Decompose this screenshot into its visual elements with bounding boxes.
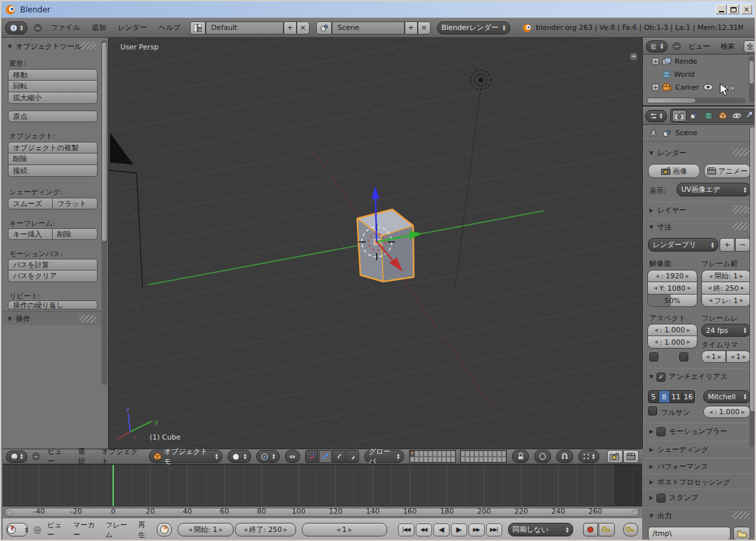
layers-drag-hatch[interactable] <box>733 205 749 213</box>
render-image-button[interactable]: 画像 <box>648 164 700 178</box>
view3d-menu-select[interactable]: 選択 <box>75 447 94 466</box>
jump-to-end-button[interactable]: ▶▶| <box>486 523 502 536</box>
motion-blur-panel-header[interactable]: ▶ モーションブラー <box>649 427 727 436</box>
eye-icon[interactable] <box>703 84 713 90</box>
menu-help[interactable]: ヘルプ <box>156 23 183 33</box>
orientation-dropdown[interactable]: グローバ ▲▼ <box>364 450 404 463</box>
outliner-v-scrollbar[interactable] <box>749 56 755 103</box>
scrollbar-left-handle[interactable] <box>7 510 12 516</box>
layers-widget-group2[interactable] <box>460 450 507 463</box>
frame-end-field[interactable]: ◀終: 250▶ <box>701 282 751 295</box>
repeat-last-button[interactable]: 操作の繰り返し <box>8 300 98 310</box>
add-screen-button[interactable]: + <box>284 21 297 34</box>
timeline-menu-view[interactable]: ビュー <box>47 520 67 540</box>
frame-start-field[interactable]: ◀開始: 1▶ <box>701 270 751 282</box>
menu-file[interactable]: ファイル <box>48 23 83 33</box>
tab-scene[interactable] <box>688 110 701 122</box>
auto-keyframe-mode-button[interactable] <box>599 523 615 536</box>
layers-widget-group1[interactable] <box>409 450 456 463</box>
manipulator-toggle-button[interactable]: ⇔ <box>285 450 300 463</box>
close-button[interactable]: × <box>741 5 752 14</box>
record-button[interactable] <box>583 523 598 536</box>
expand-icon[interactable]: + <box>652 58 659 65</box>
outliner-collapse-menus-icon[interactable]: − <box>673 42 681 50</box>
origin-button[interactable]: 原点 <box>8 111 98 122</box>
delete-keyframe-button[interactable]: 削除 <box>53 228 98 240</box>
remap-new-field[interactable]: ◀1▶ <box>726 350 751 363</box>
properties-scrollbar[interactable] <box>749 126 755 447</box>
view3d-menu-object[interactable]: オブジェクト <box>99 447 144 466</box>
pin-icon[interactable] <box>649 129 658 138</box>
editor-type-selector-timeline[interactable]: ▲▼ <box>7 523 28 536</box>
dimensions-drag-hatch[interactable] <box>733 222 749 230</box>
render-engine-dropdown[interactable]: Blenderレンダー ▲▼ <box>437 21 510 34</box>
move-button[interactable]: 移動 <box>8 69 98 81</box>
resolution-x-field[interactable]: ◀: 1920▶ <box>647 270 697 282</box>
timeline-menu-marker[interactable]: マーカー <box>73 520 100 540</box>
pivot-dropdown[interactable]: ▲▼ <box>256 450 280 463</box>
aa-filter-dropdown[interactable]: Mitchell ▲▼ <box>703 390 751 403</box>
aspect-y-field[interactable]: ◀: 1.000▶ <box>647 336 697 349</box>
display-dropdown[interactable]: UV画像エデ ▲▼ <box>677 183 751 196</box>
stamp-checkbox[interactable] <box>656 494 666 503</box>
crop-checkbox[interactable] <box>679 352 688 362</box>
tab-render[interactable] <box>672 110 686 122</box>
viewport-3d[interactable]: z y x User Persp (1) Cube + <box>109 38 642 449</box>
border-checkbox[interactable] <box>649 352 658 362</box>
outliner-h-thumb[interactable] <box>647 98 696 103</box>
render-drag-hatch[interactable] <box>733 148 749 156</box>
outliner-h-scrollbar[interactable] <box>647 98 746 103</box>
scrollbar-right-handle[interactable] <box>632 510 638 516</box>
smooth-button[interactable]: スムーズ <box>8 198 53 209</box>
remap-old-field[interactable]: ◀1▶ <box>701 350 726 363</box>
jump-next-keyframe-button[interactable]: ▶▶ <box>468 523 485 536</box>
mode-dropdown[interactable]: オブジェクトモ ▲▼ <box>149 450 222 463</box>
timeline-scrollbar[interactable]: -40 -20 0 20 40 60 80 100 120 140 160 18… <box>3 506 642 518</box>
tab-object[interactable] <box>716 110 729 122</box>
output-path-field[interactable]: /tmp\ <box>648 527 731 540</box>
tab-constraints[interactable] <box>731 110 744 122</box>
aa-samples-11[interactable]: 11 <box>670 390 682 403</box>
tab-world[interactable] <box>702 110 715 122</box>
join-button[interactable]: 接続 <box>8 165 98 177</box>
play-button[interactable]: ▶ <box>451 523 467 536</box>
output-drag-hatch[interactable] <box>733 511 749 519</box>
delete-scene-button[interactable]: × <box>418 21 431 34</box>
scale-button[interactable]: 拡大縮小 <box>8 92 98 104</box>
viewport-shading-dropdown[interactable]: ▲▼ <box>228 450 251 463</box>
n-panel-plus-icon[interactable]: + <box>629 52 638 61</box>
outliner-menu-view[interactable]: ビュー <box>686 42 713 51</box>
manipulator-translate-button[interactable] <box>319 450 332 463</box>
aa-samples-5[interactable]: 5 <box>648 390 659 403</box>
outliner-row-camera[interactable]: + Camer <box>643 81 756 94</box>
outliner-v-thumb[interactable] <box>749 60 755 85</box>
editor-type-selector-3dview[interactable]: ▲▼ <box>6 451 27 463</box>
timeline-canvas[interactable] <box>3 464 642 506</box>
add-scene-button[interactable]: + <box>405 21 418 34</box>
maximize-button[interactable] <box>728 5 739 14</box>
properties-scrollbar-thumb[interactable] <box>749 126 755 412</box>
preset-add-button[interactable]: + <box>720 238 735 252</box>
delete-screen-button[interactable]: × <box>297 21 310 34</box>
duplicate-button[interactable]: オブジェクトの複製 <box>8 142 98 153</box>
menu-render[interactable]: レンダー <box>115 23 150 33</box>
performance-panel-header[interactable]: ▶ パフォーマンス <box>649 462 709 471</box>
aa-panel-header[interactable]: ▼ ✓ アンチエイリアス <box>649 372 727 382</box>
playback-range-lock-button[interactable] <box>157 523 171 536</box>
fps-dropdown[interactable]: 24 fps ▲▼ <box>701 324 751 337</box>
timeline-collapse-menus-icon[interactable]: − <box>34 526 41 534</box>
manipulator-rotate-button[interactable] <box>332 450 345 463</box>
timeline-menu-frame[interactable]: フレーム <box>105 520 132 540</box>
panel-drag-hatch[interactable] <box>79 42 96 49</box>
timeline-scrollbar-capsule[interactable] <box>5 508 640 517</box>
editor-type-selector-outliner[interactable]: ▲▼ <box>646 40 668 53</box>
browse-folder-button[interactable] <box>733 527 750 540</box>
editor-type-selector-properties[interactable]: ▲▼ <box>645 110 667 122</box>
minimize-button[interactable] <box>716 5 727 14</box>
output-panel-header[interactable]: ▼ 出力 <box>649 511 671 521</box>
layers-panel-header[interactable]: ▶ レイヤー <box>649 205 686 215</box>
render-anim-button[interactable]: アニメー <box>704 164 751 178</box>
outliner-menu-search[interactable]: 検索 <box>718 42 738 51</box>
tab-modifiers[interactable] <box>745 110 754 122</box>
object-tools-panel-header[interactable]: ▼ オブジェクトツール <box>8 42 81 51</box>
